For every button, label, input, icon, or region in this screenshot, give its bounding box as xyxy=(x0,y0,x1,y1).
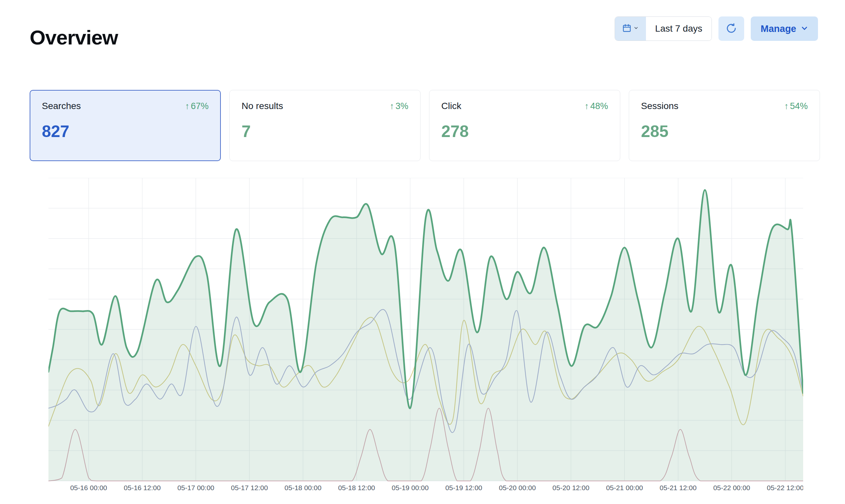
stat-card-label: Searches xyxy=(42,101,81,111)
stat-card-sessions[interactable]: Sessions ↑54% 285 xyxy=(629,90,820,161)
arrow-up-icon: ↑ xyxy=(784,101,789,111)
overview-chart-svg: 05-16 00:0005-16 12:0005-17 00:0005-17 1… xyxy=(49,178,803,492)
x-tick-label: 05-18 00:00 xyxy=(284,484,321,491)
stat-card-searches[interactable]: Searches ↑67% 827 xyxy=(30,90,221,161)
arrow-up-icon: ↑ xyxy=(584,101,589,111)
calendar-dropdown-button[interactable] xyxy=(615,17,646,40)
calendar-icon xyxy=(622,23,631,34)
stat-card-value: 7 xyxy=(242,122,408,141)
stat-card-delta-value: 3% xyxy=(395,101,408,111)
stat-card-delta: ↑54% xyxy=(784,101,808,111)
stat-card-label: No results xyxy=(242,101,283,111)
stat-card-delta: ↑67% xyxy=(185,101,209,111)
x-tick-label: 05-16 12:00 xyxy=(124,484,161,491)
stat-card-delta: ↑48% xyxy=(584,101,608,111)
stat-card-value: 278 xyxy=(441,122,608,141)
arrow-up-icon: ↑ xyxy=(185,101,190,111)
x-tick-label: 05-21 12:00 xyxy=(660,484,697,491)
stat-card-delta: ↑3% xyxy=(390,101,408,111)
x-tick-label: 05-22 12:00 xyxy=(767,484,803,491)
manage-button-label: Manage xyxy=(761,23,796,34)
x-tick-label: 05-19 12:00 xyxy=(445,484,482,491)
manage-button[interactable]: Manage xyxy=(751,16,818,41)
stat-card-value: 827 xyxy=(42,122,209,141)
x-tick-label: 05-20 00:00 xyxy=(499,484,536,491)
x-tick-label: 05-21 00:00 xyxy=(606,484,643,491)
arrow-up-icon: ↑ xyxy=(390,101,394,111)
chevron-down-icon xyxy=(633,25,639,32)
stat-card-click[interactable]: Click ↑48% 278 xyxy=(429,90,620,161)
x-tick-label: 05-17 00:00 xyxy=(177,484,214,491)
x-tick-label: 05-22 00:00 xyxy=(713,484,750,491)
page-title: Overview xyxy=(30,26,118,49)
stat-card-value: 285 xyxy=(641,122,808,141)
x-tick-label: 05-18 12:00 xyxy=(338,484,375,491)
x-tick-label: 05-16 00:00 xyxy=(70,484,107,491)
stat-card-no-results[interactable]: No results ↑3% 7 xyxy=(229,90,421,161)
stat-card-label: Click xyxy=(441,101,461,111)
date-range-picker: Last 7 days xyxy=(615,16,712,41)
stat-card-delta-value: 54% xyxy=(790,101,808,111)
header-controls: Last 7 days Manage xyxy=(615,16,818,41)
refresh-button[interactable] xyxy=(719,16,744,41)
stat-card-label: Sessions xyxy=(641,101,679,111)
analytics-chart: 05-16 00:0005-16 12:0005-17 00:0005-17 1… xyxy=(49,178,803,492)
stat-card-delta-value: 48% xyxy=(590,101,608,111)
chevron-down-icon xyxy=(801,23,808,34)
stat-cards-row: Searches ↑67% 827 No results ↑3% 7 Click… xyxy=(30,90,820,161)
green-series-area xyxy=(49,190,803,481)
date-range-label[interactable]: Last 7 days xyxy=(646,17,711,40)
x-tick-label: 05-20 12:00 xyxy=(552,484,589,491)
x-tick-label: 05-19 00:00 xyxy=(392,484,429,491)
refresh-icon xyxy=(726,23,737,35)
x-tick-label: 05-17 12:00 xyxy=(231,484,268,491)
stat-card-delta-value: 67% xyxy=(191,101,209,111)
